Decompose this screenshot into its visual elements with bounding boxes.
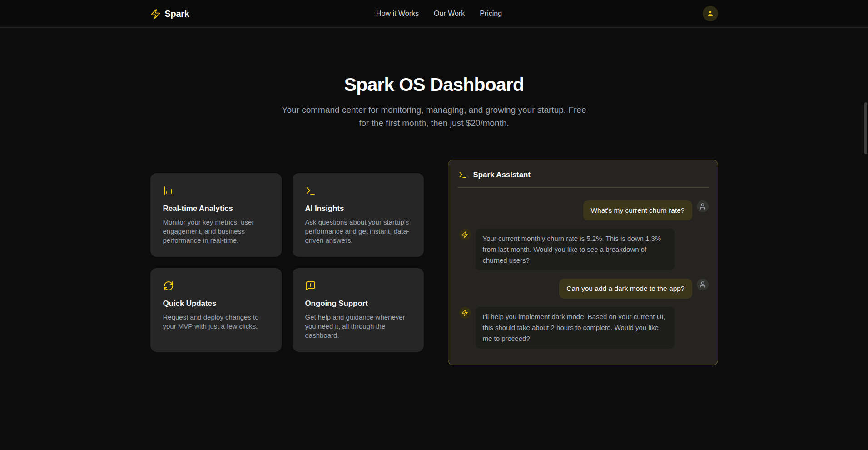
navbar: Spark How it Works Our Work Pricing <box>0 0 868 28</box>
terminal-icon <box>458 170 467 180</box>
hero-section: Spark OS Dashboard Your command center f… <box>0 74 868 130</box>
spark-zap-icon <box>461 231 468 238</box>
scrollbar-thumb[interactable] <box>864 102 867 154</box>
message-square-plus-icon <box>305 280 316 291</box>
feature-description: Monitor your key metrics, user engagemen… <box>163 218 269 245</box>
main-content: Real-time Analytics Monitor your key met… <box>150 160 718 365</box>
spark-zap-icon <box>461 310 468 316</box>
brand-name: Spark <box>165 9 189 19</box>
nav-link-pricing[interactable]: Pricing <box>480 10 502 18</box>
feature-title: Ongoing Support <box>305 299 411 308</box>
chat-messages: What's my current churn rate? Your curre… <box>448 188 718 365</box>
chat-message-assistant: Your current monthly churn rate is 5.2%.… <box>459 229 709 270</box>
navbar-inner: Spark How it Works Our Work Pricing <box>150 0 718 27</box>
feature-card-ongoing-support: Ongoing Support Get help and guidance wh… <box>293 268 424 352</box>
feature-card-quick-updates: Quick Updates Request and deploy changes… <box>150 268 282 352</box>
nav-links: How it Works Our Work Pricing <box>376 10 502 18</box>
feature-title: Real-time Analytics <box>163 204 269 213</box>
user-icon <box>699 203 706 210</box>
brand-logo[interactable]: Spark <box>150 9 189 19</box>
feature-grid: Real-time Analytics Monitor your key met… <box>150 173 424 352</box>
assistant-message-bubble: I'll help you implement dark mode. Based… <box>476 307 675 349</box>
assistant-message-bubble: Your current monthly churn rate is 5.2%.… <box>476 229 675 270</box>
feature-title: AI Insights <box>305 204 411 213</box>
assistant-avatar <box>459 229 471 240</box>
user-message-bubble: What's my current churn rate? <box>583 200 692 220</box>
user-icon <box>706 10 714 18</box>
hero-subtitle: Your command center for monitoring, mana… <box>276 103 592 130</box>
user-message-bubble: Can you add a dark mode to the app? <box>559 279 692 299</box>
feature-description: Request and deploy changes to your MVP w… <box>163 313 269 331</box>
nav-link-how-it-works[interactable]: How it Works <box>376 10 419 18</box>
scrollbar-track <box>863 0 868 450</box>
user-avatar-button[interactable] <box>703 6 718 21</box>
assistant-panel-header: Spark Assistant <box>448 160 718 187</box>
assistant-title: Spark Assistant <box>473 170 531 180</box>
spark-zap-icon <box>150 9 161 19</box>
page-title: Spark OS Dashboard <box>0 74 868 95</box>
user-avatar <box>697 279 709 290</box>
user-avatar <box>697 200 709 212</box>
user-icon <box>699 281 706 288</box>
spark-assistant-panel: Spark Assistant What's my current churn … <box>448 160 718 365</box>
feature-description: Get help and guidance whenever you need … <box>305 313 411 340</box>
feature-description: Ask questions about your startup's perfo… <box>305 218 411 245</box>
bar-chart-icon <box>163 185 174 196</box>
chat-message-user: Can you add a dark mode to the app? <box>459 279 709 299</box>
chat-message-assistant: I'll help you implement dark mode. Based… <box>459 307 709 349</box>
feature-title: Quick Updates <box>163 299 269 308</box>
chat-message-user: What's my current churn rate? <box>459 200 709 220</box>
assistant-avatar <box>459 307 471 319</box>
nav-link-our-work[interactable]: Our Work <box>434 10 465 18</box>
terminal-icon <box>305 185 316 196</box>
refresh-icon <box>163 280 174 291</box>
feature-card-ai-insights: AI Insights Ask questions about your sta… <box>293 173 424 257</box>
feature-card-realtime-analytics: Real-time Analytics Monitor your key met… <box>150 173 282 257</box>
